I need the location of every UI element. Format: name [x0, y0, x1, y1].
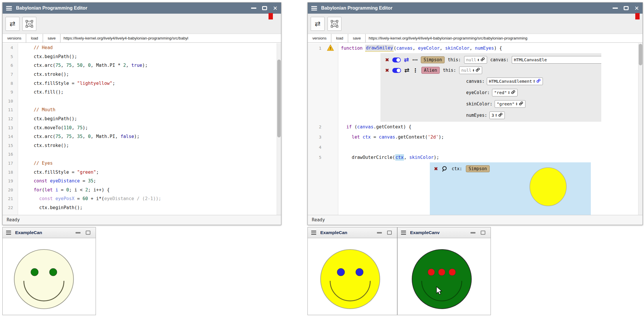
code-token: "lightyellow" — [77, 81, 112, 86]
scrollbar[interactable] — [277, 43, 281, 215]
scrollbar-thumb[interactable] — [277, 60, 281, 137]
code-token: = — [74, 196, 83, 201]
code-line: 10 — [3, 97, 281, 106]
code-token: ( — [352, 124, 357, 130]
status-bar: Ready — [3, 215, 281, 225]
code-line: 12ctx.beginPath(); — [3, 114, 281, 123]
code-token: if — [346, 124, 352, 130]
parameter-value: HTMLCanvasEle — [514, 58, 547, 62]
hamburger-menu-icon[interactable] — [311, 6, 317, 10]
transform-box-button[interactable] — [22, 17, 36, 31]
tab-versions[interactable]: versions — [308, 34, 331, 42]
tab-versions[interactable]: versions — [3, 34, 26, 42]
code-line: 9ctx.fill(); — [3, 88, 281, 97]
scrollbar-thumb[interactable] — [639, 44, 642, 65]
parameter-value-box[interactable]: "red"▴▾ — [492, 89, 518, 96]
code-editor[interactable]: 4// Head5ctx.beginPath();6ctx.arc(75, 75… — [3, 43, 281, 215]
code-token: ; i++) { — [88, 187, 110, 193]
value-stepper-icon[interactable]: ▴▾ — [508, 91, 509, 94]
link-chain-icon[interactable] — [536, 78, 541, 84]
swap-arrows-button[interactable]: ⇄ — [6, 17, 19, 31]
hamburger-menu-icon[interactable] — [6, 6, 12, 10]
more-menu-icon[interactable]: ⋯ — [412, 57, 418, 63]
tab-save[interactable]: save — [348, 34, 366, 42]
hamburger-menu-icon[interactable] — [311, 231, 316, 235]
code-token: 35 — [88, 178, 94, 184]
parameter-label: skinColor: — [466, 101, 492, 107]
code-token: = — [371, 134, 379, 140]
code-token: const — [39, 196, 53, 201]
maximize-icon[interactable] — [262, 6, 267, 10]
example-name-badge[interactable]: Alien — [421, 67, 440, 74]
code-token: 35 — [77, 134, 83, 139]
code-token: , — [404, 155, 409, 160]
value-stepper-icon[interactable]: ▴▾ — [478, 58, 479, 62]
parameter-value: "green" — [497, 102, 514, 106]
code-token: canvas — [396, 46, 413, 51]
example-name-badge[interactable]: Simpson — [421, 56, 444, 63]
tab-bar: versions load save https://lively-kernel… — [308, 34, 643, 43]
close-icon[interactable]: ✕ — [634, 6, 639, 11]
parameter-value-box[interactable]: null▴▾ — [464, 56, 487, 64]
maximize-icon[interactable] — [624, 6, 629, 10]
code-token: 75 — [66, 134, 72, 139]
toolbar: ⇄ — [308, 14, 643, 34]
code-token: , Math.PI, — [91, 134, 121, 139]
hamburger-menu-icon[interactable] — [401, 231, 406, 235]
minimize-icon[interactable] — [377, 232, 382, 234]
link-chain-icon[interactable] — [475, 67, 480, 73]
line-number: 4 — [10, 45, 13, 50]
more-menu-icon[interactable]: ⋮ — [413, 68, 418, 73]
url-field[interactable]: https://lively-kernel.org/lively4/lively… — [366, 34, 643, 42]
maximize-icon[interactable] — [86, 231, 90, 235]
link-chain-icon[interactable] — [498, 112, 503, 118]
minimize-icon[interactable] — [76, 232, 80, 234]
swap-arrows-button[interactable]: ⇄ — [311, 17, 325, 31]
close-icon[interactable]: ✕ — [273, 6, 278, 11]
value-stepper-icon[interactable]: ▴▾ — [473, 69, 474, 72]
maximize-icon[interactable] — [387, 231, 392, 235]
toggle-example-icon[interactable] — [392, 68, 401, 73]
link-chain-icon[interactable] — [519, 101, 523, 107]
scrollbar[interactable] — [638, 43, 643, 215]
swap-arrows-icon[interactable]: ⇄ — [404, 67, 409, 73]
title-bar[interactable]: Babylonian Programming Editor ✕ — [308, 3, 643, 14]
line-number: 21 — [8, 196, 13, 201]
parameter-value-box[interactable]: 3▴▾ — [489, 112, 505, 119]
parameter-value-box[interactable]: "green"▴▾ — [495, 100, 525, 108]
title-bar[interactable]: ExampleCan — [3, 227, 96, 238]
swap-arrows-icon[interactable]: ⇄ — [404, 57, 409, 63]
tab-save[interactable]: save — [43, 34, 60, 42]
code-editor[interactable]: 1!function drawSmiley(canvas, eyeColor, … — [308, 43, 643, 215]
code-token: , — [440, 46, 445, 51]
maximize-icon[interactable] — [481, 231, 485, 235]
delete-example-icon[interactable]: ✖ — [385, 58, 389, 62]
link-chain-icon[interactable] — [480, 57, 485, 63]
toggle-example-icon[interactable] — [392, 58, 401, 62]
parameter-value-box[interactable]: HTMLCanvasElement▴▾ — [487, 78, 543, 85]
window-title: Babylonian Programming Editor — [16, 6, 251, 11]
minimize-icon[interactable] — [471, 232, 475, 234]
value-stepper-icon[interactable]: ▴▾ — [516, 102, 517, 105]
tab-load[interactable]: load — [331, 34, 348, 42]
tab-bar: versions load save https://lively-kernel… — [3, 34, 281, 43]
code-token: , — [83, 63, 88, 68]
title-bar[interactable]: Babylonian Programming Editor ✕ — [3, 3, 281, 14]
hamburger-menu-icon[interactable] — [6, 231, 11, 235]
value-stepper-icon[interactable]: ▴▾ — [495, 114, 497, 117]
parameter-value-box[interactable]: HTMLCanvasEle — [512, 56, 601, 64]
window-title: ExampleCan — [320, 230, 377, 235]
inline-probe-widget: ✖ ctx: Simpson — [430, 162, 591, 215]
value-stepper-icon[interactable]: ▴▾ — [534, 80, 535, 83]
tab-load[interactable]: load — [26, 34, 43, 42]
link-chain-icon[interactable] — [511, 90, 516, 96]
code-token: ctx.fillStyle = — [34, 81, 77, 86]
minimize-icon[interactable] — [613, 8, 618, 9]
parameter-value-box[interactable]: null▴▾ — [459, 67, 482, 74]
title-bar[interactable]: ExampleCan — [308, 227, 397, 238]
minimize-icon[interactable] — [251, 8, 256, 9]
delete-example-icon[interactable]: ✖ — [385, 68, 389, 73]
title-bar[interactable]: ExampleCanv — [398, 227, 491, 238]
url-field[interactable]: https://lively-kernel.org/lively4/lively… — [60, 34, 281, 42]
transform-box-button[interactable] — [328, 17, 341, 31]
